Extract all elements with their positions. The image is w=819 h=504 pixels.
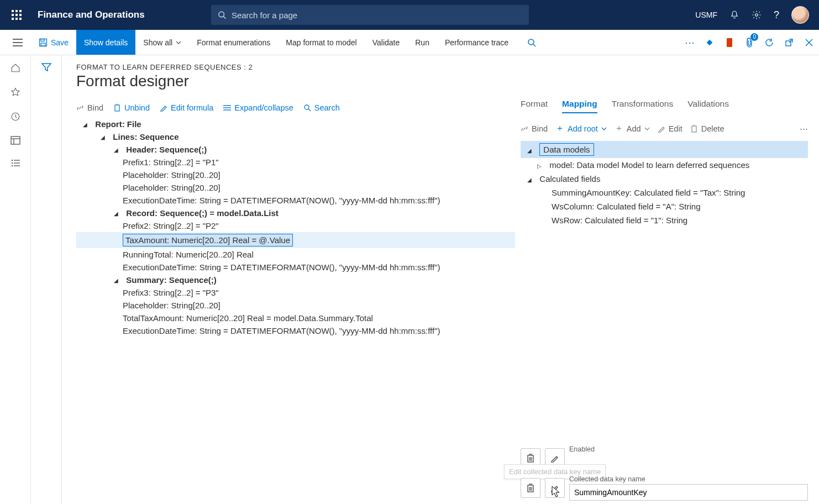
unbind-button[interactable]: Unbind	[113, 103, 150, 112]
collected-key-row: Collected data key name	[521, 475, 808, 501]
tab-mapping[interactable]: Mapping	[562, 99, 597, 113]
bind-button[interactable]: Bind	[76, 103, 103, 112]
close-icon[interactable]	[799, 30, 819, 55]
save-button[interactable]: Save	[31, 30, 76, 55]
recent-icon[interactable]	[11, 112, 20, 122]
body: FORMAT TO LEARN DEFERRED SEQUENCES : 2 F…	[0, 55, 819, 504]
tree-node[interactable]: Placeholder: String[20..20]	[76, 181, 515, 194]
nav-toggle-icon[interactable]	[4, 30, 31, 55]
tab-validations[interactable]: Validations	[687, 99, 729, 113]
show-all-button[interactable]: Show all	[135, 30, 189, 55]
filter-icon[interactable]	[41, 63, 51, 504]
attachments-icon[interactable]: 0	[739, 30, 759, 55]
validate-button[interactable]: Validate	[365, 30, 408, 55]
r-more-icon[interactable]: ⋯	[800, 124, 808, 133]
svg-point-19	[11, 160, 12, 161]
edit-formula-button[interactable]: Edit formula	[160, 103, 213, 112]
add-root-button[interactable]: ＋Add root	[555, 123, 607, 134]
rtree-node[interactable]: ▷ model: Data model Model to learn defer…	[521, 158, 808, 172]
global-search[interactable]	[211, 5, 529, 25]
svg-point-2	[755, 14, 758, 17]
enabled-property-row: Enabled	[521, 445, 808, 471]
rtree-node[interactable]: SummingAmountKey: Calculated field = "Ta…	[521, 186, 808, 200]
more-icon[interactable]: ⋯	[680, 30, 700, 55]
modules-icon[interactable]	[11, 159, 20, 167]
delete-key-button[interactable]	[521, 478, 540, 498]
r-delete-button[interactable]: Delete	[690, 124, 725, 133]
tree-node[interactable]: ◢ Lines: Sequence	[76, 130, 515, 143]
run-button[interactable]: Run	[407, 30, 437, 55]
rtree-node[interactable]: ◢ Calculated fields	[521, 172, 808, 186]
edit-enabled-button[interactable]	[545, 448, 565, 468]
attachments-badge: 0	[750, 33, 758, 41]
svg-point-30	[305, 105, 309, 109]
attach-icon[interactable]	[700, 30, 720, 55]
r-bind-button[interactable]: Bind	[521, 124, 548, 133]
tree-node-selected[interactable]: TaxAmount: Numeric[20..20] Real = @.Valu…	[76, 232, 515, 248]
help-icon[interactable]: ?	[774, 9, 779, 21]
svg-line-1	[223, 17, 225, 19]
tree-node[interactable]: ◢ Report: File	[76, 118, 515, 130]
format-tree-pane: Bind Unbind Edit formula Expand/collapse…	[76, 98, 515, 504]
collected-key-input[interactable]	[569, 484, 808, 501]
r-edit-button[interactable]: Edit	[658, 124, 683, 133]
tree-node[interactable]: ◢ Header: Sequence(;)	[76, 143, 515, 156]
tab-transformations[interactable]: Transformations	[612, 99, 673, 113]
tab-format[interactable]: Format	[521, 99, 548, 113]
left-rail	[0, 55, 31, 504]
svg-point-21	[11, 162, 12, 164]
bell-icon[interactable]	[729, 10, 739, 20]
tree-node[interactable]: ◢ Record: Sequence(;) = model.Data.List	[76, 207, 515, 219]
star-icon[interactable]	[11, 87, 20, 97]
expand-collapse-button[interactable]: Expand/collapse	[223, 103, 293, 112]
home-icon[interactable]	[11, 63, 20, 73]
edit-key-button[interactable]	[545, 478, 565, 498]
chevron-down-icon	[176, 41, 181, 44]
format-tree[interactable]: ◢ Report: File ◢ Lines: Sequence ◢ Heade…	[76, 118, 515, 337]
filter-column	[31, 55, 62, 504]
popout-icon[interactable]	[779, 30, 799, 55]
find-icon[interactable]	[522, 30, 542, 55]
tree-node[interactable]: Prefix2: String[2..2] = "P2"	[76, 219, 515, 232]
tree-node[interactable]: RunningTotal: Numeric[20..20] Real	[76, 248, 515, 261]
svg-rect-8	[41, 43, 45, 46]
tree-node[interactable]: Placeholder: String[20..20]	[76, 169, 515, 181]
performance-trace-button[interactable]: Performance trace	[437, 30, 516, 55]
app-launcher-icon[interactable]	[6, 10, 28, 20]
office-icon[interactable]	[720, 30, 739, 55]
gear-icon[interactable]	[752, 10, 762, 20]
rtree-node[interactable]: WsColumn: Calculated field = "A": String	[521, 200, 808, 213]
workspace-icon[interactable]	[11, 136, 20, 145]
company-code[interactable]: USMF	[695, 11, 717, 19]
chevron-down-icon	[601, 127, 607, 130]
enabled-label: Enabled	[569, 445, 808, 453]
right-toolbar: Bind ＋Add root ＋Add Edit Delete ⋯	[521, 118, 808, 138]
tree-node[interactable]: Prefix3: String[2..2] = "P3"	[76, 286, 515, 299]
show-details-button[interactable]: Show details	[76, 30, 135, 55]
brand-title: Finance and Operations	[38, 9, 145, 20]
map-format-button[interactable]: Map format to model	[278, 30, 364, 55]
rtree-node[interactable]: WsRow: Calculated field = "1": String	[521, 213, 808, 227]
enabled-input[interactable]	[569, 454, 808, 471]
svg-rect-32	[692, 126, 696, 132]
rtree-node-selected[interactable]: ◢ Data models	[521, 141, 808, 158]
left-toolbar: Bind Unbind Edit formula Expand/collapse…	[76, 100, 515, 118]
search-input[interactable]	[232, 11, 522, 20]
refresh-icon[interactable]	[759, 30, 779, 55]
tree-node[interactable]: ExecutionDateTime: String = DATETIMEFORM…	[76, 261, 515, 274]
mapping-tree[interactable]: ◢ Data models ▷ model: Data model Model …	[521, 141, 808, 227]
breadcrumb: FORMAT TO LEARN DEFERRED SEQUENCES : 2	[76, 63, 808, 71]
tree-node[interactable]: ExecutionDateTime: String = DATETIMEFORM…	[76, 194, 515, 207]
delete-enabled-button[interactable]	[521, 448, 540, 468]
search-button[interactable]: Search	[303, 103, 340, 112]
save-label: Save	[51, 38, 69, 47]
tree-node[interactable]: Placeholder: String[20..20]	[76, 299, 515, 312]
tree-node[interactable]: Prefix1: String[2..2] = "P1"	[76, 156, 515, 169]
search-icon	[218, 11, 226, 19]
user-avatar[interactable]	[791, 6, 809, 24]
tree-node[interactable]: ◢ Summary: Sequence(;)	[76, 274, 515, 286]
tree-node[interactable]: TotalTaxAmount: Numeric[20..20] Real = m…	[76, 312, 515, 324]
format-enumerations-button[interactable]: Format enumerations	[189, 30, 278, 55]
tree-node[interactable]: ExecutionDateTime: String = DATETIMEFORM…	[76, 324, 515, 337]
r-add-button[interactable]: ＋Add	[615, 123, 650, 134]
